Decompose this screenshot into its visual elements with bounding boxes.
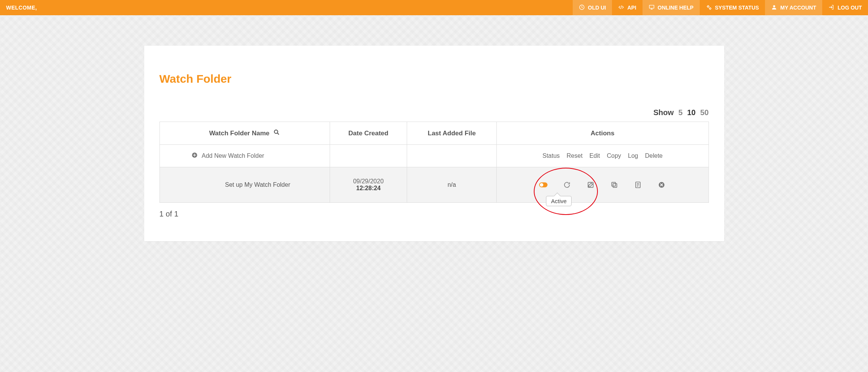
top-bar: WELCOME, OLD UI API ONLINE HELP SYSTEM S… xyxy=(0,0,868,15)
edit-button[interactable] xyxy=(586,181,595,189)
row-date: 09/29/2020 12:28:24 xyxy=(330,167,407,203)
copy-button[interactable] xyxy=(610,181,618,189)
hdr-delete: Delete xyxy=(645,152,663,159)
clock-icon xyxy=(579,4,585,11)
svg-rect-10 xyxy=(613,184,617,188)
nav-api-label: API xyxy=(627,5,636,11)
show-label: Show xyxy=(654,108,674,117)
svg-rect-1 xyxy=(649,5,654,8)
col-actions: Actions xyxy=(496,122,709,145)
panel-wrap: Watch Folder Show 5 10 50 Watch Folder N… xyxy=(0,15,868,257)
hdr-log: Log xyxy=(628,152,638,159)
col-name-label: Watch Folder Name xyxy=(209,130,269,137)
nav-api[interactable]: API xyxy=(612,0,642,15)
code-icon xyxy=(618,4,624,11)
search-icon[interactable] xyxy=(273,129,280,138)
page-counter: 1 of 1 xyxy=(159,210,709,218)
monitor-icon xyxy=(649,4,655,11)
hdr-edit: Edit xyxy=(589,152,600,159)
show-10[interactable]: 10 xyxy=(687,108,696,117)
show-50[interactable]: 50 xyxy=(700,108,709,117)
gears-icon xyxy=(706,4,712,11)
add-label: Add New Watch Folder xyxy=(202,152,264,159)
col-date: Date Created xyxy=(330,122,407,145)
plus-circle-icon xyxy=(191,152,198,160)
nav-old-ui-label: OLD UI xyxy=(588,5,606,11)
nav-online-help[interactable]: ONLINE HELP xyxy=(643,0,700,15)
row-last: n/a xyxy=(407,167,497,203)
row-date-value: 09/29/2020 xyxy=(335,178,402,185)
hdr-reset: Reset xyxy=(567,152,583,159)
nav-system-status-label: SYSTEM STATUS xyxy=(715,5,759,11)
svg-point-3 xyxy=(709,8,711,9)
watch-folder-table: Watch Folder Name Date Created Last Adde… xyxy=(159,122,709,203)
logout-icon xyxy=(828,4,834,11)
nav-log-out[interactable]: LOG OUT xyxy=(822,0,868,15)
nav-old-ui[interactable]: OLD UI xyxy=(573,0,612,15)
reset-button[interactable] xyxy=(563,181,571,189)
hdr-copy: Copy xyxy=(607,152,621,159)
nav-my-account-label: MY ACCOUNT xyxy=(780,5,816,11)
row-time-value: 12:28:24 xyxy=(335,185,402,192)
status-toggle[interactable] xyxy=(539,181,548,189)
page-size-selector: Show 5 10 50 xyxy=(159,108,709,117)
nav-log-out-label: LOG OUT xyxy=(837,5,862,11)
table-row: Set up My Watch Folder 09/29/2020 12:28:… xyxy=(159,167,709,203)
nav-online-help-label: ONLINE HELP xyxy=(658,5,694,11)
add-row: Add New Watch Folder Status Reset Edit C… xyxy=(159,145,709,167)
add-new-watch-folder[interactable]: Add New Watch Folder xyxy=(164,152,325,160)
row-name: Set up My Watch Folder xyxy=(159,167,330,203)
svg-rect-11 xyxy=(612,182,616,186)
main-panel: Watch Folder Show 5 10 50 Watch Folder N… xyxy=(144,46,724,241)
row-actions: Active xyxy=(496,167,709,203)
col-last: Last Added File xyxy=(407,122,497,145)
svg-point-4 xyxy=(773,5,775,7)
show-5[interactable]: 5 xyxy=(678,108,683,117)
action-header-labels: Status Reset Edit Copy Log Delete xyxy=(501,152,704,159)
hdr-status: Status xyxy=(543,152,560,159)
page-title: Watch Folder xyxy=(159,72,709,85)
nav-my-account[interactable]: MY ACCOUNT xyxy=(765,0,822,15)
welcome-label: WELCOME, xyxy=(0,0,43,15)
svg-point-5 xyxy=(274,130,278,133)
svg-point-2 xyxy=(707,6,709,7)
highlight-annotation xyxy=(534,168,598,215)
svg-point-8 xyxy=(540,183,543,186)
col-name: Watch Folder Name xyxy=(159,122,330,145)
nav-system-status[interactable]: SYSTEM STATUS xyxy=(700,0,765,15)
delete-button[interactable] xyxy=(657,181,666,189)
log-button[interactable] xyxy=(634,181,642,189)
user-icon xyxy=(771,4,777,11)
status-tooltip: Active xyxy=(546,196,572,206)
